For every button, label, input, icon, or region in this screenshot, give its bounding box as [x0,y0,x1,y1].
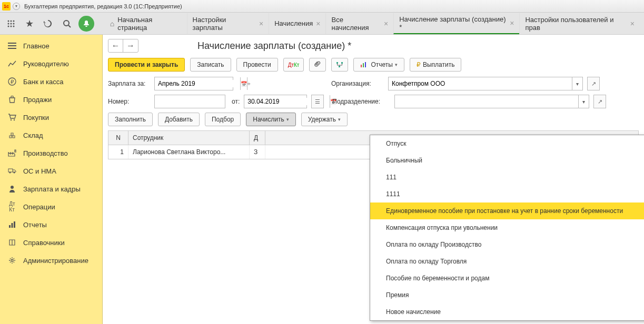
sidebar-item-8[interactable]: Зарплата и кадры [0,180,102,198]
menu-item-2[interactable]: 111 [370,169,644,186]
sidebar-label: Операции [23,203,55,211]
sidebar-item-1[interactable]: Руководителю [0,55,102,73]
menu-item-4[interactable]: Единовременное пособие при постановке на… [370,202,644,219]
post-button[interactable]: Провести [236,58,278,72]
calendar-icon[interactable]: 📅 [240,77,247,90]
tab-1[interactable]: Настройки зарплаты× [187,13,269,34]
fill-button[interactable]: Заполнить [108,113,153,126]
forward-button[interactable]: → [123,39,138,52]
sidebar-label: Банк и касса [23,78,64,86]
menu-item-3[interactable]: 1111 [370,186,644,202]
tab-5[interactable]: Настройки пользователей и прав× [519,13,640,34]
org-input[interactable] [389,80,572,87]
dept-label: Подразделение: [332,98,390,105]
dtkt-icon: ДтКт [7,202,17,211]
tab-2[interactable]: Начисления× [269,13,325,34]
back-button[interactable]: ← [108,39,123,52]
apps-icon[interactable] [4,17,17,31]
chart-icon [7,59,17,68]
close-icon[interactable]: × [259,19,263,28]
tab-3[interactable]: Все начисления× [325,13,393,34]
star-icon[interactable]: ★ [23,17,36,31]
attach-button[interactable] [309,58,326,72]
menu-item-0[interactable]: Отпуск [370,135,644,152]
menu-item-5[interactable]: Компенсация отпуска при увольнении [370,219,644,236]
date-field[interactable]: 📅 [244,95,307,108]
menu-item-9[interactable]: Премия [370,287,644,303]
tab-label: Настройки пользователей и прав [525,16,627,32]
sidebar-item-9[interactable]: ДтКтОперации [0,198,102,216]
org-field[interactable]: ▾ [388,77,583,90]
dropdown-icon[interactable]: ▾ [572,77,582,90]
factory-icon [7,149,17,157]
accrue-button[interactable]: Начислить [246,113,295,126]
close-icon[interactable]: × [510,19,514,27]
svg-point-5 [13,23,14,24]
search-icon[interactable] [60,17,73,31]
sidebar-item-4[interactable]: Покупки [0,108,102,126]
pay-button[interactable]: ₽Выплатить [410,58,462,72]
open-ref-button[interactable]: ↗ [593,95,606,108]
tab-4[interactable]: Начисление зарплаты (создание) *× [393,13,519,34]
select-button[interactable]: Подбор [205,113,241,126]
history-icon[interactable] [42,17,55,31]
sidebar-item-6[interactable]: Производство [0,144,102,162]
tab-0[interactable]: ⌂Начальная страница [105,13,187,34]
from-label: от: [232,98,240,105]
col-employee[interactable]: Сотрудник [128,131,250,145]
menu-item-6[interactable]: Оплата по окладу Производство [370,236,644,253]
sidebar-item-5[interactable]: Склад [0,126,102,144]
deduct-button[interactable]: Удержать [301,113,348,126]
sidebar-item-12[interactable]: Администрирование [0,251,102,269]
svg-point-9 [64,21,69,26]
col-n[interactable]: N [108,131,128,145]
truck-icon [7,167,17,175]
list-button[interactable]: ☰ [311,95,324,108]
reports-button[interactable]: Отчеты [353,58,404,72]
cell-d: З [250,145,265,159]
sidebar-item-2[interactable]: ₽Банк и касса [0,73,102,90]
open-ref-button[interactable]: ↗ [587,77,600,90]
sidebar-item-11[interactable]: Справочники [0,234,102,251]
post-and-close-button[interactable]: Провести и закрыть [108,58,185,72]
write-button[interactable]: Записать [190,58,231,72]
sidebar-label: Покупки [23,114,49,122]
svg-rect-27 [14,221,15,228]
sidebar-label: Зарплата и кадры [23,185,81,193]
dept-field[interactable]: ▾ [394,95,589,108]
close-icon[interactable]: × [384,19,388,28]
svg-point-23 [14,172,15,174]
sidebar-item-0[interactable]: Главное [0,37,102,55]
add-button[interactable]: Добавить [158,113,200,126]
salary-period-input[interactable] [155,80,240,87]
col-d[interactable]: Д [250,131,265,145]
number-input[interactable] [154,95,225,108]
bars-icon [7,220,17,229]
close-icon[interactable]: × [316,19,320,28]
bell-icon[interactable] [78,16,94,32]
svg-point-7 [10,25,12,27]
dept-input[interactable] [395,98,578,105]
menu-item-10[interactable]: Новое начисление [370,303,644,320]
sidebar-label: Главное [23,42,49,50]
svg-rect-25 [9,225,11,228]
sidebar-item-10[interactable]: Отчеты [0,216,102,234]
sidebar-item-7[interactable]: ОС и НМА [0,162,102,180]
tab-label: Настройки зарплаты [193,16,256,32]
menu-item-7[interactable]: Оплата по окладу Торговля [370,253,644,270]
svg-point-28 [11,259,13,261]
menu-item-1[interactable]: Больничный [370,152,644,169]
svg-rect-21 [8,169,13,172]
svg-rect-29 [336,62,338,64]
salary-period-field[interactable]: 📅 ÷ [154,77,233,90]
dropdown-icon[interactable]: ▾ [578,95,589,108]
sidebar-item-3[interactable]: Продажи [0,90,102,108]
number-label: Номер: [108,98,150,105]
close-icon[interactable]: × [630,19,635,28]
app-icon: 1c [2,2,11,11]
spinner-icon[interactable]: ÷ [247,77,251,90]
structure-button[interactable] [331,58,348,72]
menu-item-8[interactable]: Пособие по беременности и родам [370,270,644,287]
system-menu-dropdown[interactable]: ▾ [13,3,20,10]
dtkt-button[interactable]: ДтКт [283,58,304,72]
